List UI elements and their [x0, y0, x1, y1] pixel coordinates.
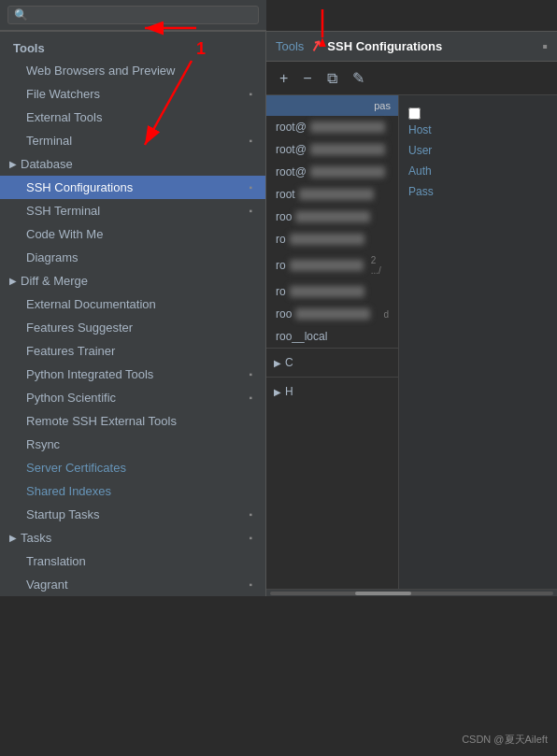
sidebar-item-remote-ssh[interactable]: Remote SSH External Tools [0, 409, 265, 433]
settings-icon-startup: ▪ [249, 509, 252, 520]
right-details-panel: Host User Auth Pass [398, 95, 557, 589]
sidebar-item-ssh-terminal[interactable]: SSH Terminal ▪ [0, 199, 265, 222]
remove-button[interactable]: − [299, 68, 315, 89]
sidebar-item-rsync[interactable]: Rsync [0, 433, 265, 456]
ssh-item-text: ro [276, 233, 286, 246]
right-header: Tools ↗ SSH Configurations ▪ [266, 32, 557, 62]
details-checkbox[interactable] [408, 107, 421, 120]
ssh-item-text: root [276, 188, 295, 201]
sidebar-item-features-trainer[interactable]: Features Trainer [0, 339, 265, 363]
collapsible-label-c: C [285, 356, 293, 369]
sidebar-item-code-with-me[interactable]: Code With Me [0, 222, 265, 246]
tools-section-title: Tools [0, 32, 265, 59]
sidebar-item-diagrams[interactable]: Diagrams [0, 246, 265, 269]
ssh-item-tag: d [383, 309, 389, 320]
settings-icon: ▪ [249, 89, 252, 99]
collapse-arrow-h: ▶ [274, 387, 281, 397]
collapsible-label-h: H [285, 385, 293, 398]
auth-detail-row: Auth [408, 164, 548, 178]
minimize-button[interactable]: ▪ [542, 38, 548, 55]
edit-button[interactable]: ✎ [349, 67, 368, 89]
settings-icon-terminal: ▪ [249, 136, 252, 146]
breadcrumb-separator: ↗ [307, 36, 323, 57]
sidebar-item-vagrant[interactable]: Vagrant ▪ [0, 573, 265, 596]
sidebar-item-tasks[interactable]: ▶ Tasks ▪ [0, 526, 265, 549]
list-item[interactable]: root@ [266, 138, 398, 161]
horizontal-scrollbar[interactable] [266, 589, 557, 596]
auth-label[interactable]: Auth [408, 164, 548, 178]
breadcrumb-tools[interactable]: Tools [276, 39, 304, 53]
left-panel: Tools Web Browsers and Preview File Watc… [0, 32, 266, 596]
ssh-item-text: roo [276, 210, 292, 223]
sidebar-item-ssh-configurations[interactable]: SSH Configurations ▪ [0, 176, 265, 199]
ssh-item-blurred [290, 260, 364, 271]
ssh-item-text: ro [276, 259, 286, 272]
sidebar-item-web-browsers[interactable]: Web Browsers and Preview [0, 59, 265, 82]
ssh-item-date: 2 .../ [371, 255, 389, 276]
ssh-item-text: root@ [276, 121, 307, 134]
right-content: pas root@ root@ root@ ro [266, 95, 557, 589]
search-bar[interactable] [0, 0, 266, 31]
ssh-item-blurred [290, 286, 364, 297]
sidebar-item-translation[interactable]: Translation [0, 549, 265, 573]
ssh-item-text: root@ [276, 165, 307, 178]
search-input[interactable] [7, 6, 259, 24]
sidebar-item-external-tools[interactable]: External Tools [0, 106, 265, 129]
ssh-item-blurred [295, 308, 370, 320]
list-item[interactable]: roo d [266, 303, 398, 325]
sidebar-item-diff-merge[interactable]: ▶ Diff & Merge [0, 269, 265, 292]
right-panel: Tools ↗ SSH Configurations ▪ + − ⧉ ✎ [266, 32, 557, 596]
list-item[interactable]: roo [266, 206, 398, 228]
collapse-arrow-c: ▶ [274, 358, 281, 368]
host-label[interactable]: Host [408, 123, 548, 136]
sidebar-item-file-watchers[interactable]: File Watchers ▪ [0, 82, 265, 106]
list-item[interactable]: roo__local [266, 325, 398, 348]
ssh-item-blurred [290, 234, 364, 245]
breadcrumb: Tools ↗ SSH Configurations [276, 37, 442, 55]
collapsible-header-h[interactable]: ▶ H [274, 381, 391, 402]
list-item[interactable]: root@ [266, 161, 398, 183]
breadcrumb-current: SSH Configurations [327, 39, 442, 53]
ssh-item-blurred [295, 211, 370, 222]
pass-detail-row: Pass [408, 185, 548, 198]
settings-icon-vagrant: ▪ [249, 579, 252, 590]
sidebar-item-features-suggester[interactable]: Features Suggester [0, 316, 265, 339]
sidebar-item-external-docs[interactable]: External Documentation [0, 292, 265, 316]
sidebar-item-python-integrated[interactable]: Python Integrated Tools ▪ [0, 363, 265, 386]
user-label[interactable]: User [408, 144, 548, 157]
ssh-item-text: roo__local [276, 330, 327, 343]
list-item[interactable]: root@ [266, 116, 398, 138]
list-item[interactable]: root [266, 183, 398, 206]
sidebar-item-server-certificates[interactable]: Server Certificates [0, 456, 265, 479]
ssh-item-blurred [299, 189, 374, 200]
host-detail-row: Host [408, 123, 548, 136]
scrollbar-thumb[interactable] [355, 592, 412, 595]
sidebar-item-database[interactable]: ▶ Database [0, 152, 265, 176]
ssh-item-blurred [310, 144, 385, 155]
settings-icon-python-integrated: ▪ [249, 369, 252, 379]
list-item[interactable]: ro 2 .../ [266, 250, 398, 280]
ssh-item-blurred [310, 166, 385, 178]
pass-label[interactable]: Pass [408, 185, 548, 198]
sidebar-item-shared-indexes[interactable]: Shared Indexes [0, 479, 265, 503]
settings-icon-ssh-terminal: ▪ [249, 206, 252, 216]
list-item[interactable]: ro [266, 280, 398, 303]
sidebar-item-python-scientific[interactable]: Python Scientific ▪ [0, 386, 265, 409]
copy-button[interactable]: ⧉ [323, 68, 341, 89]
ssh-item-text: roo [276, 307, 292, 321]
ssh-item-blurred [310, 121, 385, 133]
column-header-pass: pas [374, 100, 391, 111]
sidebar-item-terminal[interactable]: Terminal ▪ [0, 129, 265, 152]
add-button[interactable]: + [276, 68, 292, 89]
collapsible-header-c[interactable]: ▶ C [274, 352, 391, 373]
sidebar-item-startup-tasks[interactable]: Startup Tasks ▪ [0, 503, 265, 526]
watermark: CSDN @夏天Aileft [462, 733, 548, 747]
ssh-item-text: ro [276, 285, 286, 298]
expand-icon-database: ▶ [9, 159, 17, 169]
collapsible-section-h: ▶ H [266, 377, 398, 406]
expand-icon-diff: ▶ [9, 276, 17, 286]
toolbar: + − ⧉ ✎ [266, 62, 557, 95]
list-item[interactable]: ro [266, 228, 398, 250]
expand-icon-tasks: ▶ [9, 533, 17, 543]
ssh-list: pas root@ root@ root@ ro [266, 95, 398, 589]
